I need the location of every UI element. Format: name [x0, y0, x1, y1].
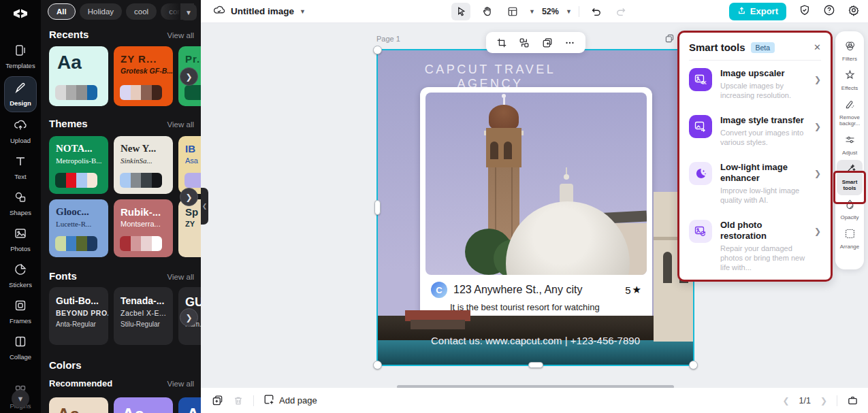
- opacity-icon: [844, 199, 856, 213]
- theme-card[interactable]: New Y... SinkinSa...: [114, 136, 173, 194]
- recent-card-1[interactable]: Aa: [49, 46, 108, 106]
- theme-card[interactable]: Sp ZY: [178, 199, 201, 257]
- smart-tool-low-light-enhancer[interactable]: Low-light image enhancer Improve low-lig…: [679, 154, 831, 212]
- right-toolbar: Filters Effects Remove backgr... Adjust …: [835, 31, 864, 269]
- smart-tool-image-style-transfer[interactable]: Image style transfer Convert your images…: [679, 108, 831, 154]
- sidebar-item-text[interactable]: Text: [0, 150, 41, 186]
- photos-icon: [14, 227, 27, 243]
- shield-check-icon[interactable]: [799, 4, 811, 19]
- smart-tools-panel: Smart tools Beta ✕ 4K Image upscaler Ups…: [677, 31, 833, 282]
- title-chevron-down-icon[interactable]: ▼: [300, 8, 306, 15]
- smart-tool-old-photo-restoration[interactable]: Old photo restoration Repair your damage…: [679, 212, 831, 280]
- undo-button[interactable]: [586, 3, 605, 20]
- font-card[interactable]: Tenada-... Zacbel X-E... Stilu-Regular: [114, 287, 173, 345]
- hand-tool-button[interactable]: [477, 3, 496, 20]
- sidebar-item-frames[interactable]: Frames: [0, 294, 41, 330]
- poster-photo-card[interactable]: C 123 Anywhere St., Any city 5★ It is th…: [420, 87, 652, 330]
- chevron-right-icon: ❯: [814, 227, 821, 236]
- color-card[interactable]: Aa: [114, 397, 173, 413]
- sidebar-item-templates[interactable]: Templates: [0, 39, 41, 75]
- chips-expand-button[interactable]: ▼: [180, 4, 197, 20]
- sidebar-item-collage[interactable]: Collage: [0, 330, 41, 366]
- replace-button[interactable]: [516, 35, 532, 51]
- panel-collapse-handle[interactable]: ❮: [201, 188, 208, 225]
- smart-tool-image-upscaler[interactable]: 4K Image upscaler Upscale images by incr…: [679, 61, 831, 108]
- themes-scroll-right-button[interactable]: ❯: [180, 188, 198, 206]
- pages-panel-button[interactable]: [847, 395, 858, 406]
- poster-address[interactable]: 123 Anywhere St., Any city: [453, 284, 619, 296]
- colors-header: Colors: [49, 359, 194, 371]
- chip-cool[interactable]: cool: [126, 3, 157, 20]
- next-page-icon[interactable]: ❯: [820, 396, 827, 406]
- theme-subtitle: Asa: [185, 156, 198, 165]
- fonts-view-all-link[interactable]: View all: [167, 273, 194, 281]
- star-icon: ★: [632, 284, 641, 296]
- zoom-chevron-down-icon[interactable]: ▼: [566, 8, 572, 15]
- themes-view-all-link[interactable]: View all: [167, 120, 194, 129]
- capcut-logo[interactable]: [12, 5, 29, 26]
- layout-chevron-down-icon[interactable]: ▼: [529, 8, 535, 15]
- sidebar-item-upload[interactable]: Upload: [0, 114, 41, 150]
- colors-view-all-link[interactable]: View all: [167, 380, 194, 388]
- font-sample: GU: [185, 295, 201, 310]
- bottom-divider: [253, 395, 254, 406]
- chip-all[interactable]: All: [48, 3, 76, 20]
- font-sample: ZY R...: [120, 53, 157, 65]
- select-tool-button[interactable]: [451, 3, 470, 20]
- smart-tools-title: Smart tools: [689, 42, 745, 53]
- font-name: Stilu-Regular: [120, 320, 160, 328]
- resize-handle-bottom[interactable]: [528, 362, 543, 368]
- tab-filters[interactable]: Filters: [837, 37, 863, 66]
- tab-remove-background[interactable]: Remove backgr...: [837, 95, 863, 131]
- palette-swatch: [55, 173, 97, 188]
- sidebar-item-photos[interactable]: Photos: [0, 222, 41, 258]
- delete-page-button[interactable]: [233, 395, 244, 406]
- sidebar-item-shapes[interactable]: Shapes: [0, 186, 41, 222]
- recents-view-all-link[interactable]: View all: [167, 31, 194, 39]
- rail-more-button[interactable]: ▼: [12, 390, 29, 408]
- document-title[interactable]: Untitled image: [231, 6, 294, 16]
- copy-page-icon[interactable]: [665, 33, 674, 46]
- resize-handle-bottom-right[interactable]: [689, 361, 698, 369]
- tab-arrange[interactable]: Arrange: [837, 225, 863, 254]
- add-page-button[interactable]: Add page: [263, 394, 317, 407]
- theme-card[interactable]: NOTA... Metropolis-B...: [49, 136, 108, 194]
- recent-card-2[interactable]: ZY R... Grotesk GF-B...: [114, 46, 173, 106]
- crop-button[interactable]: [494, 35, 510, 51]
- theme-card[interactable]: Rubik-... Montserra...: [114, 199, 173, 257]
- tab-opacity[interactable]: Opacity: [837, 195, 863, 225]
- recents-scroll-right-button[interactable]: ❯: [180, 67, 198, 86]
- theme-card[interactable]: Glooc... Lucette-R...: [49, 199, 108, 257]
- tab-effects[interactable]: Effects: [837, 66, 863, 95]
- redo-button[interactable]: [612, 3, 631, 20]
- export-button[interactable]: Export: [729, 3, 786, 20]
- sidebar-item-stickers[interactable]: Stickers: [0, 258, 41, 294]
- help-icon[interactable]: [823, 4, 835, 19]
- duplicate-page-button[interactable]: [212, 395, 223, 406]
- themes-header: Themes View all: [49, 118, 194, 129]
- poster-contact[interactable]: Contact us: www.capcut.com | +123-456-78…: [376, 335, 694, 346]
- fonts-scroll-right-button[interactable]: ❯: [180, 308, 198, 327]
- duplicate-button[interactable]: [539, 35, 556, 51]
- resize-handle-left[interactable]: [374, 200, 381, 215]
- tool-description: Upscale images by increasing resolution.: [720, 81, 806, 100]
- color-card[interactable]: A: [178, 397, 201, 413]
- previous-page-icon[interactable]: ❮: [782, 396, 789, 406]
- theme-card[interactable]: IB Asa: [178, 136, 201, 194]
- close-icon[interactable]: ✕: [814, 42, 821, 52]
- poster-canvas[interactable]: CAPCUT TRAVEL AGENCY: [376, 49, 694, 366]
- resize-handle-bottom-left[interactable]: [373, 361, 382, 369]
- layout-tool-button[interactable]: [503, 3, 522, 20]
- zoom-level[interactable]: 52%: [542, 7, 559, 16]
- more-options-button[interactable]: [562, 35, 578, 51]
- color-card[interactable]: Aa: [49, 397, 108, 413]
- bottom-divider: [837, 395, 837, 406]
- settings-gear-icon[interactable]: [848, 4, 860, 19]
- tab-adjust[interactable]: Adjust: [837, 131, 863, 160]
- font-card[interactable]: Guti-Bo... BEYOND PRO... Anta-Regular: [49, 287, 108, 345]
- theme-title: IB: [185, 143, 195, 154]
- resize-handle-top-left[interactable]: [373, 46, 382, 54]
- sidebar-item-design[interactable]: Design: [4, 76, 37, 112]
- tab-smart-tools[interactable]: Smart tools: [837, 160, 863, 195]
- chip-holiday[interactable]: Holiday: [80, 3, 122, 20]
